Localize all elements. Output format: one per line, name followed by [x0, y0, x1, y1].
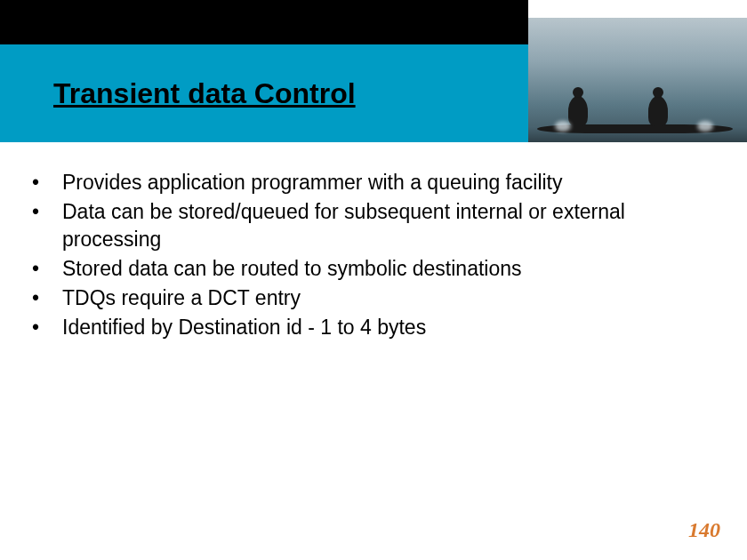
slide-title: Transient data Control — [53, 77, 356, 110]
bullet-text: Identified by Destination id - 1 to 4 by… — [62, 314, 720, 341]
list-item: • TDQs require a DCT entry — [27, 284, 720, 312]
slide-content: • Provides application programmer with a… — [0, 142, 747, 341]
bullet-marker-icon: • — [27, 255, 62, 283]
bullet-marker-icon: • — [27, 198, 62, 226]
splash-icon — [697, 121, 713, 132]
page-number: 140 — [688, 518, 720, 542]
slide-header: Transient data Control — [0, 0, 747, 142]
bullet-marker-icon: • — [27, 284, 62, 312]
bullet-text: TDQs require a DCT entry — [62, 284, 720, 312]
list-item: • Stored data can be routed to symbolic … — [27, 255, 720, 283]
bullet-text: Provides application programmer with a q… — [62, 169, 720, 196]
bullet-marker-icon: • — [27, 314, 62, 341]
rower-icon — [568, 96, 588, 126]
header-black-band — [0, 0, 528, 44]
list-item: • Identified by Destination id - 1 to 4 … — [27, 314, 720, 341]
bullet-text: Stored data can be routed to symbolic de… — [62, 255, 720, 283]
header-cyan-band: Transient data Control — [0, 44, 528, 142]
list-item: • Provides application programmer with a… — [27, 169, 720, 196]
splash-icon — [555, 121, 571, 132]
rower-icon — [648, 96, 668, 126]
header-image — [528, 18, 747, 142]
list-item: • Data can be stored/queued for subseque… — [27, 198, 720, 253]
bullet-marker-icon: • — [27, 169, 62, 196]
bullet-text: Data can be stored/queued for subsequent… — [62, 198, 720, 253]
bullet-list: • Provides application programmer with a… — [27, 169, 720, 341]
